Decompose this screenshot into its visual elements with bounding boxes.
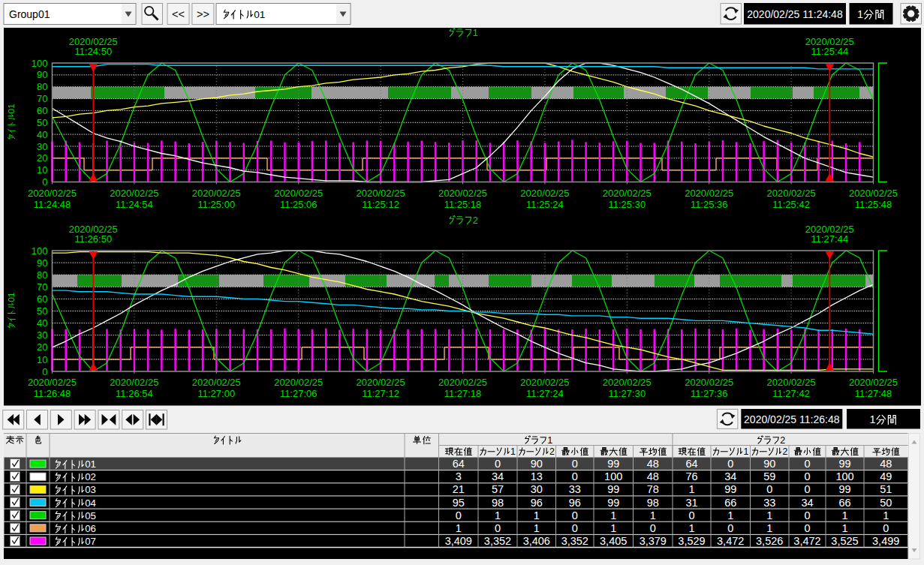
svg-text:2020/02/25: 2020/02/25 [603, 377, 652, 388]
svg-text:90: 90 [531, 458, 543, 470]
svg-text:2020/02/25: 2020/02/25 [438, 377, 487, 388]
svg-text:0: 0 [456, 509, 462, 521]
svg-text:1: 1 [510, 446, 516, 457]
svg-text:11:27:48: 11:27:48 [855, 388, 892, 399]
svg-text:11:25:48: 11:25:48 [855, 199, 892, 210]
svg-text:34: 34 [724, 470, 736, 482]
svg-text:3,406: 3,406 [523, 535, 550, 547]
svg-text:1: 1 [473, 27, 478, 38]
svg-text:20: 20 [37, 341, 47, 353]
svg-text:0: 0 [727, 522, 733, 534]
svg-text:3,379: 3,379 [640, 535, 667, 547]
svg-text:10: 10 [37, 354, 47, 365]
svg-text:1: 1 [650, 509, 656, 521]
svg-text:3,529: 3,529 [678, 535, 705, 547]
svg-text:100: 100 [32, 58, 48, 69]
svg-text:11:25:44: 11:25:44 [811, 46, 848, 57]
svg-text:80: 80 [37, 81, 47, 92]
svg-text:1: 1 [610, 509, 616, 521]
svg-text:2: 2 [549, 446, 555, 457]
svg-text:1: 1 [727, 509, 733, 521]
svg-text:3,525: 3,525 [831, 535, 858, 547]
svg-text:2020/02/25: 2020/02/25 [849, 188, 898, 199]
svg-text:0: 0 [495, 522, 501, 534]
svg-text:2: 2 [782, 446, 787, 457]
svg-text:>>: >> [197, 8, 209, 20]
svg-text:96: 96 [569, 497, 581, 509]
svg-text:40: 40 [37, 129, 47, 140]
svg-text:49: 49 [880, 470, 892, 482]
svg-text:11:27:44: 11:27:44 [811, 233, 848, 245]
svg-text:0: 0 [804, 470, 810, 482]
svg-text:2020/02/25: 2020/02/25 [192, 377, 241, 388]
svg-text:11:25:12: 11:25:12 [362, 199, 399, 210]
svg-text:11:27:18: 11:27:18 [444, 388, 482, 399]
svg-text:05: 05 [85, 510, 96, 521]
svg-text:90: 90 [37, 257, 47, 269]
svg-text:1: 1 [743, 446, 748, 457]
svg-text:48: 48 [647, 458, 659, 470]
svg-text:2020/02/25: 2020/02/25 [274, 188, 323, 199]
svg-text:48: 48 [647, 470, 659, 482]
svg-text:11:27:24: 11:27:24 [526, 388, 564, 399]
svg-text:11:25:00: 11:25:00 [197, 199, 235, 210]
svg-text:2020/02/25: 2020/02/25 [28, 377, 77, 388]
svg-text:04: 04 [85, 497, 96, 509]
svg-text:3,405: 3,405 [600, 535, 627, 547]
svg-text:1: 1 [495, 509, 501, 521]
svg-text:30: 30 [37, 329, 47, 341]
svg-text:07: 07 [85, 536, 96, 547]
svg-text:11:25:30: 11:25:30 [608, 199, 646, 210]
svg-text:0: 0 [572, 470, 578, 482]
svg-text:2020/02/25: 2020/02/25 [685, 188, 733, 199]
svg-text:98: 98 [492, 497, 504, 509]
svg-text:1: 1 [534, 522, 540, 534]
svg-text:2020/02/25: 2020/02/25 [110, 188, 158, 199]
svg-text:0: 0 [766, 483, 772, 495]
svg-text:90: 90 [37, 69, 47, 80]
svg-text:11:24:54: 11:24:54 [116, 199, 153, 210]
svg-text:<<: << [172, 8, 185, 20]
svg-text:13: 13 [531, 470, 543, 482]
svg-text:70: 70 [37, 93, 47, 104]
svg-text:2020/02/25: 2020/02/25 [274, 377, 323, 388]
svg-text:2020/02/25: 2020/02/25 [685, 377, 733, 388]
svg-text:11:25:24: 11:25:24 [526, 199, 564, 210]
svg-text:11:27:42: 11:27:42 [772, 388, 810, 399]
svg-text:2020/02/25: 2020/02/25 [849, 377, 898, 388]
svg-text:48: 48 [880, 458, 892, 470]
svg-text:0: 0 [42, 176, 47, 188]
svg-text:59: 59 [763, 470, 775, 482]
svg-text:70: 70 [37, 281, 47, 293]
svg-text:11:24:48: 11:24:48 [34, 199, 71, 210]
svg-text:96: 96 [531, 497, 543, 509]
svg-text:34: 34 [801, 497, 813, 509]
svg-text:1: 1 [766, 509, 772, 521]
svg-text:0: 0 [804, 458, 810, 470]
svg-text:11:26:48: 11:26:48 [34, 388, 71, 399]
svg-text:64: 64 [685, 458, 697, 470]
svg-text:Group01: Group01 [9, 8, 50, 20]
svg-text:3,352: 3,352 [484, 535, 511, 547]
svg-text:30: 30 [531, 483, 543, 495]
svg-text:99: 99 [607, 497, 619, 509]
svg-text:1: 1 [456, 522, 462, 534]
svg-text:33: 33 [569, 483, 581, 495]
svg-text:11:25:18: 11:25:18 [444, 199, 482, 210]
svg-text:50: 50 [37, 305, 47, 317]
svg-text:01: 01 [7, 293, 16, 302]
svg-text:99: 99 [838, 483, 850, 495]
svg-text:80: 80 [37, 269, 47, 281]
svg-text:60: 60 [37, 293, 47, 305]
svg-text:0: 0 [572, 458, 578, 470]
svg-text:99: 99 [838, 458, 850, 470]
svg-text:2020/02/25: 2020/02/25 [28, 188, 77, 199]
svg-text:51: 51 [880, 483, 892, 495]
svg-text:3,526: 3,526 [756, 535, 783, 547]
svg-text:2020/02/25: 2020/02/25 [357, 188, 405, 199]
svg-text:11:25:42: 11:25:42 [772, 199, 810, 210]
svg-text:11:25:36: 11:25:36 [691, 199, 728, 210]
svg-text:30: 30 [37, 141, 47, 152]
svg-text:0: 0 [495, 458, 501, 470]
svg-text:3,472: 3,472 [717, 535, 744, 547]
